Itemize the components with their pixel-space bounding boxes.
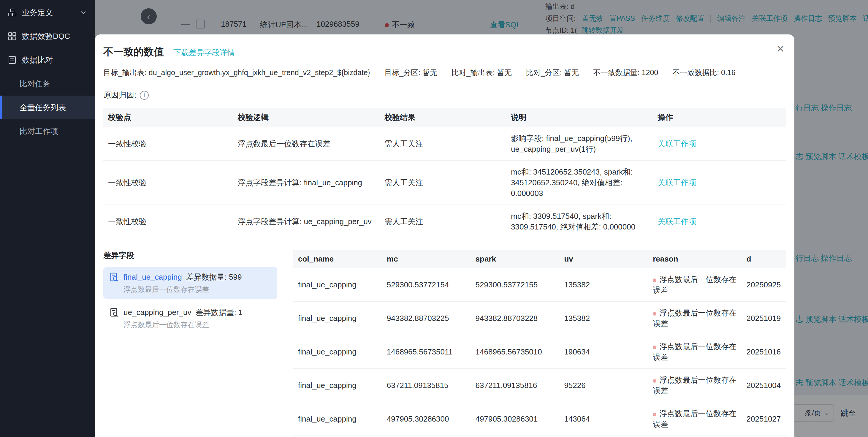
- diff-field-count: 差异数据量: 599: [186, 272, 242, 282]
- link-related-workitem[interactable]: 关联工作项: [658, 178, 696, 187]
- modal-title: 不一致的数值: [103, 45, 164, 59]
- reason-dot-icon: [653, 312, 656, 316]
- attribution-header-row: 校验点 校验逻辑 校验结果 说明 操作: [103, 108, 786, 127]
- attribution-row: 一致性校验 浮点字段差异计算: ue_capping_per_uv 需人工关注 …: [103, 205, 786, 239]
- attr-cell-point: 一致性校验: [103, 161, 233, 205]
- cell-mc: 1468965.56735011: [382, 335, 471, 369]
- attr-cell-action: 关联工作项: [653, 205, 786, 239]
- diff-field-item-ue-capping-per-uv[interactable]: ue_capping_per_uv 差异数据量: 1 浮点数最后一位数存在误差: [103, 303, 277, 334]
- info-icon[interactable]: i: [140, 91, 149, 100]
- diff-field-desc: 浮点数最后一位数存在误差: [109, 320, 271, 330]
- diff-field-desc: 浮点数最后一位数存在误差: [109, 285, 271, 294]
- cell-reason: 浮点数最后一位数存在误差: [648, 436, 742, 437]
- attr-cell-result: 需人工关注: [380, 127, 506, 161]
- download-diff-fields-link[interactable]: 下载差异字段详情: [173, 48, 235, 58]
- diff-field-count: 差异数据量: 1: [195, 307, 243, 318]
- cell-col-name: final_ue_capping: [293, 369, 382, 402]
- cell-spark: 497905.30286301: [471, 402, 560, 436]
- attr-header-result: 校验结果: [380, 108, 506, 127]
- table-row: final_ue_capping 943382.88703225 943382.…: [293, 302, 786, 335]
- diff-fields-title: 差异字段: [103, 250, 277, 261]
- cell-col-name: final_ue_capping: [293, 402, 382, 436]
- col-header-uv: uv: [559, 250, 648, 268]
- attr-header-action: 操作: [653, 108, 786, 127]
- reason-attribution-row: 原因归因: i: [103, 90, 786, 100]
- link-related-workitem[interactable]: 关联工作项: [658, 139, 696, 148]
- modal-meta-row: 目标_输出表: du_algo_user_growth.yx_ghfq_jxkh…: [103, 68, 786, 77]
- cell-reason: 浮点数最后一位数存在误差: [648, 369, 742, 402]
- attr-cell-action: 关联工作项: [653, 161, 786, 205]
- meta-target-output-table: 目标_输出表: du_algo_user_growth.yx_ghfq_jxkh…: [103, 68, 370, 77]
- sidebar-item-label: 业务定义: [22, 7, 53, 18]
- sidebar-item-compare-tasks[interactable]: 比对任务: [0, 72, 95, 96]
- sidebar-item-data-compare[interactable]: 数据比对: [0, 48, 95, 72]
- sidebar-subitem-label: 比对工作项: [20, 126, 58, 136]
- list-doc-icon: [8, 56, 17, 64]
- sidebar-item-business-definition[interactable]: 业务定义: [0, 1, 95, 24]
- app-screen: 输出表: d 项目空间: 置无效 置PASS 任务维度 修改配置 编辑备注 关联…: [0, 0, 868, 437]
- col-header-d: d: [742, 250, 786, 268]
- reason-dot-icon: [653, 379, 656, 383]
- reason-dot-icon: [653, 346, 656, 349]
- sidebar: 业务定义 数据效验DQC 数据比对 比对任务 全量任务列表 比对工作项: [0, 0, 95, 437]
- col-header-mc: mc: [382, 250, 471, 268]
- attr-cell-logic: 浮点字段差异计算: ue_capping_per_uv: [233, 205, 380, 239]
- cell-mc: 497905.30286300: [382, 402, 471, 436]
- cell-spark: 529300.53772155: [471, 268, 560, 302]
- attribution-row: 一致性校验 浮点字段差异计算: final_ue_capping 需人工关注 m…: [103, 161, 786, 205]
- diff-field-item-final-ue-capping[interactable]: final_ue_capping 差异数据量: 599 浮点数最后一位数存在误差: [103, 267, 277, 299]
- cell-d: 20251027: [742, 402, 786, 436]
- attribution-table: 校验点 校验逻辑 校验结果 说明 操作 一致性校验 浮点数最后一位数存在误差 需…: [103, 108, 786, 239]
- meta-inconsistent-ratio: 不一致数据比: 0.16: [672, 68, 736, 77]
- file-search-icon: [109, 272, 119, 282]
- sidebar-subitem-label: 全量任务列表: [20, 102, 66, 113]
- table-row: final_ue_capping 529300.53772154 529300.…: [293, 268, 786, 302]
- cell-col-name: final_ue_capping: [293, 335, 382, 369]
- org-squares-icon: [8, 8, 17, 17]
- sidebar-item-label: 数据效验DQC: [22, 31, 70, 41]
- meta-target-partition: 目标_分区: 暂无: [384, 68, 437, 77]
- diff-data-panel: col_name mc spark uv reason d final_ue_c…: [293, 250, 786, 437]
- table-row: final_ue_capping 1468965.56735011 146896…: [293, 335, 786, 369]
- cell-uv: 95226: [559, 369, 648, 402]
- cell-uv: 190634: [559, 335, 648, 369]
- col-header-reason: reason: [648, 250, 742, 268]
- sidebar-item-full-task-list[interactable]: 全量任务列表: [0, 96, 95, 119]
- attr-header-point: 校验点: [103, 108, 233, 127]
- cell-reason: 浮点数最后一位数存在误差: [648, 268, 742, 302]
- reason-attribution-label: 原因归因:: [103, 90, 136, 100]
- meta-compare-partition: 比对_分区: 暂无: [526, 68, 579, 77]
- col-header-col-name: col_name: [293, 250, 382, 268]
- attr-header-logic: 校验逻辑: [233, 108, 380, 127]
- diff-fields-panel: 差异字段 final_ue_capping 差异数据量: 599 浮点数最后一位…: [103, 250, 277, 437]
- sidebar-item-compare-workitems[interactable]: 比对工作项: [0, 119, 95, 143]
- attr-cell-point: 一致性校验: [103, 127, 233, 161]
- reason-dot-icon: [653, 413, 656, 416]
- table-row: final_ue_capping 637211.09135815 637211.…: [293, 369, 786, 402]
- cell-mc: 696719.32527044: [382, 436, 471, 437]
- cell-spark: 1468965.56735010: [471, 335, 560, 369]
- attr-cell-point: 一致性校验: [103, 205, 233, 239]
- table-row: final_ue_capping 696719.32527044 696719.…: [293, 436, 786, 437]
- attr-cell-logic: 浮点数最后一位数存在误差: [233, 127, 380, 161]
- col-header-spark: spark: [471, 250, 560, 268]
- table-row: final_ue_capping 497905.30286300 497905.…: [293, 402, 786, 436]
- cell-mc: 529300.53772154: [382, 268, 471, 302]
- chevron-down-icon: [80, 9, 87, 16]
- cell-uv: 143064: [559, 402, 648, 436]
- link-related-workitem[interactable]: 关联工作项: [658, 217, 696, 226]
- inconsistent-values-modal: × 不一致的数值 下载差异字段详情 目标_输出表: du_algo_user_g…: [95, 34, 795, 437]
- cell-d: 20250925: [742, 268, 786, 302]
- sidebar-item-dqc[interactable]: 数据效验DQC: [0, 24, 95, 48]
- sidebar-subitem-label: 比对任务: [20, 79, 51, 89]
- cell-spark: 637211.09135816: [471, 369, 560, 402]
- cell-d: 20251016: [742, 335, 786, 369]
- attribution-row: 一致性校验 浮点数最后一位数存在误差 需人工关注 影响字段: final_ue_…: [103, 127, 786, 161]
- attr-cell-desc: 影响字段: final_ue_capping(599行), ue_capping…: [506, 127, 653, 161]
- cell-uv: 135382: [559, 302, 648, 335]
- cell-d: 20251004: [742, 369, 786, 402]
- cell-reason: 浮点数最后一位数存在误差: [648, 302, 742, 335]
- close-icon[interactable]: ×: [777, 42, 784, 55]
- cell-reason: 浮点数最后一位数存在误差: [648, 402, 742, 436]
- attr-header-desc: 说明: [506, 108, 653, 127]
